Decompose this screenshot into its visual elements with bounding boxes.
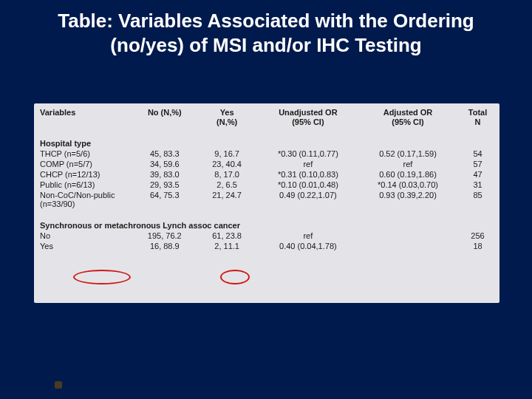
cell-total: 18 xyxy=(456,241,499,251)
cell-unadj: *0.10 (0.01,0.48) xyxy=(256,180,360,190)
table-row: THCP (n=5/6) 45, 83.3 9, 16.7 *0.30 (0.1… xyxy=(34,149,499,159)
cell-yes: 2, 11.1 xyxy=(198,241,256,251)
col-total: TotalN xyxy=(456,103,499,132)
cell-unadj: *0.30 (0.11,0.77) xyxy=(256,149,360,159)
section-hospital-type: Hospital type xyxy=(34,132,499,149)
cell-no: 16, 88.9 xyxy=(132,241,197,251)
cell-no: 64, 75.3 xyxy=(132,190,197,209)
col-variables: Variables xyxy=(34,103,132,132)
cell-no: 39, 83.0 xyxy=(132,169,197,180)
col-yes: Yes(N,%) xyxy=(198,103,256,132)
cell-total: 85 xyxy=(456,190,499,209)
cell-var: Yes xyxy=(34,241,132,251)
table-row: No 195, 76.2 61, 23.8 ref 256 xyxy=(34,231,499,241)
cell-no: 45, 83.3 xyxy=(132,149,197,159)
cell-adj: ref xyxy=(360,159,456,169)
cell-yes: 23, 40.4 xyxy=(198,159,256,169)
section-lynch: Synchronous or metachronous Lynch assoc … xyxy=(34,209,499,231)
cell-yes: 8, 17.0 xyxy=(198,169,256,180)
cell-unadj: 0.49 (0.22,1.07) xyxy=(256,190,360,209)
cell-var: Public (n=6/13) xyxy=(34,180,132,190)
table-row: COMP (n=5/7) 34, 59.6 23, 40.4 ref ref 5… xyxy=(34,159,499,169)
cell-unadj: 0.40 (0.04,1.78) xyxy=(256,241,360,251)
col-no: No (N,%) xyxy=(132,103,197,132)
data-table: Variables No (N,%) Yes(N,%) Unadjusted O… xyxy=(34,103,499,251)
cell-unadj: ref xyxy=(256,159,360,169)
cell-no: 34, 59.6 xyxy=(132,159,197,169)
table-header-row: Variables No (N,%) Yes(N,%) Unadjusted O… xyxy=(34,103,499,132)
cell-no: 29, 93.5 xyxy=(132,180,197,190)
cell-unadj: *0.31 (0.10,0.83) xyxy=(256,169,360,180)
highlight-ring-public xyxy=(73,270,131,284)
cell-yes: 61, 23.8 xyxy=(198,231,256,241)
cell-no: 195, 76.2 xyxy=(132,231,197,241)
cell-var: No xyxy=(34,231,132,241)
cell-total: 256 xyxy=(456,231,499,241)
cell-total: 54 xyxy=(456,149,499,159)
footer-marker-icon xyxy=(55,381,62,389)
table-row: Non-CoC/Non-public (n=33/90) 64, 75.3 21… xyxy=(34,190,499,209)
cell-total: 31 xyxy=(456,180,499,190)
cell-total: 57 xyxy=(456,159,499,169)
cell-unadj: ref xyxy=(256,231,360,241)
cell-adj: 0.60 (0.19,1.86) xyxy=(360,169,456,180)
highlight-ring-yes-value xyxy=(220,270,250,284)
table-row: Public (n=6/13) 29, 93.5 2, 6.5 *0.10 (0… xyxy=(34,180,499,190)
cell-yes: 9, 16.7 xyxy=(198,149,256,159)
table-panel: Variables No (N,%) Yes(N,%) Unadjusted O… xyxy=(34,103,499,303)
cell-yes: 21, 24.7 xyxy=(198,190,256,209)
col-adj: Adjusted OR(95% CI) xyxy=(360,103,456,132)
table-row: CHCP (n=12/13) 39, 83.0 8, 17.0 *0.31 (0… xyxy=(34,169,499,180)
cell-var: Non-CoC/Non-public (n=33/90) xyxy=(34,190,132,209)
cell-total: 47 xyxy=(456,169,499,180)
cell-var: CHCP (n=12/13) xyxy=(34,169,132,180)
cell-adj: *0.14 (0.03,0.70) xyxy=(360,180,456,190)
col-unadj: Unadjusted OR(95% CI) xyxy=(256,103,360,132)
slide-title: Table: Variables Associated with the Ord… xyxy=(0,0,532,67)
table-row: Yes 16, 88.9 2, 11.1 0.40 (0.04,1.78) 18 xyxy=(34,241,499,251)
cell-var: COMP (n=5/7) xyxy=(34,159,132,169)
cell-yes: 2, 6.5 xyxy=(198,180,256,190)
cell-adj xyxy=(360,241,456,251)
cell-adj: 0.93 (0.39,2.20) xyxy=(360,190,456,209)
cell-adj: 0.52 (0.17,1.59) xyxy=(360,149,456,159)
cell-adj xyxy=(360,231,456,241)
cell-var: THCP (n=5/6) xyxy=(34,149,132,159)
